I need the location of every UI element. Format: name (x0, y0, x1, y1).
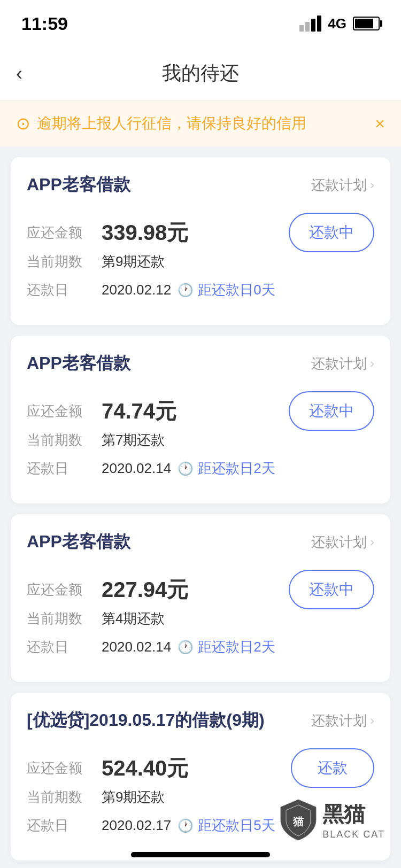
amount-value-1: 74.74元 (102, 397, 176, 426)
amount-label-0: 应还金额 (27, 223, 102, 242)
clock-icon-3: 🕐 (178, 818, 194, 833)
amount-row-2: 应还金额 227.94元 还款中 (27, 570, 374, 609)
due-date-value-3: 2020.02.17 (102, 817, 171, 834)
watermark-label: 黑猫 BLACK CAT (322, 800, 385, 840)
repayment-plan-link-1[interactable]: 还款计划 › (311, 354, 374, 373)
period-label-3: 当前期数 (27, 788, 102, 807)
repayment-plan-label-2: 还款计划 (311, 533, 367, 552)
repay-button-1[interactable]: 还款中 (289, 391, 374, 431)
signal-icon (299, 15, 321, 32)
amount-row-1: 应还金额 74.74元 还款中 (27, 391, 374, 431)
amount-label-3: 应还金额 (27, 759, 102, 778)
chevron-right-icon-1: › (370, 356, 374, 371)
due-date-value-0: 2020.02.12 (102, 282, 171, 298)
battery-icon (353, 17, 380, 30)
warning-content: ⊙ 逾期将上报人行征信，请保持良好的信用 (16, 113, 306, 134)
card-title-3: [优选贷]2019.05.17的借款(9期) (27, 709, 265, 732)
due-date-value-1: 2020.02.14 (102, 460, 171, 477)
repay-button-0[interactable]: 还款中 (289, 213, 374, 252)
amount-value-0: 339.98元 (102, 218, 188, 247)
due-label-1: 还款日 (27, 459, 102, 478)
due-row-0: 还款日 2020.02.12 🕐 距还款日0天 (27, 281, 374, 299)
period-row-1: 当前期数 第7期还款 (27, 431, 374, 449)
amount-left-0: 应还金额 339.98元 (27, 218, 188, 247)
loan-card-1: APP老客借款 还款计划 › 应还金额 74.74元 还款中 当前期数 第7期还… (11, 336, 390, 503)
period-label-0: 当前期数 (27, 252, 102, 271)
due-label-2: 还款日 (27, 638, 102, 656)
period-label-2: 当前期数 (27, 609, 102, 628)
network-type: 4G (328, 15, 346, 32)
period-value-3: 第9期还款 (102, 788, 165, 807)
due-countdown-0: 🕐 距还款日0天 (178, 281, 275, 299)
repayment-plan-link-0[interactable]: 还款计划 › (311, 176, 374, 195)
due-row-1: 还款日 2020.02.14 🕐 距还款日2天 (27, 459, 374, 478)
clock-icon-0: 🕐 (178, 283, 194, 298)
due-label-0: 还款日 (27, 281, 102, 299)
cards-container: APP老客借款 还款计划 › 应还金额 339.98元 还款中 当前期数 第9期… (0, 157, 401, 861)
period-value-2: 第4期还款 (102, 609, 165, 628)
chevron-right-icon-3: › (370, 713, 374, 728)
watermark-big-text: 黑猫 (322, 800, 365, 829)
due-countdown-text-2: 距还款日2天 (198, 638, 275, 656)
amount-left-2: 应还金额 227.94元 (27, 575, 188, 604)
page-title: 我的待还 (162, 60, 239, 87)
card-header-0: APP老客借款 还款计划 › (27, 173, 374, 197)
card-title-0: APP老客借款 (27, 173, 130, 197)
due-date-value-2: 2020.02.14 (102, 639, 171, 655)
clock-icon-1: 🕐 (178, 461, 194, 476)
repay-button-3[interactable]: 还款 (291, 748, 374, 788)
due-label-3: 还款日 (27, 816, 102, 835)
repay-button-2[interactable]: 还款中 (289, 570, 374, 609)
amount-label-1: 应还金额 (27, 402, 102, 421)
warning-icon: ⊙ (16, 115, 30, 132)
due-row-2: 还款日 2020.02.14 🕐 距还款日2天 (27, 638, 374, 656)
clock-icon-2: 🕐 (178, 640, 194, 655)
loan-card-0: APP老客借款 还款计划 › 应还金额 339.98元 还款中 当前期数 第9期… (11, 157, 390, 325)
amount-label-2: 应还金额 (27, 580, 102, 599)
card-header-2: APP老客借款 还款计划 › (27, 530, 374, 554)
card-header-1: APP老客借款 还款计划 › (27, 352, 374, 375)
repayment-plan-link-2[interactable]: 还款计划 › (311, 533, 374, 552)
card-title-2: APP老客借款 (27, 530, 130, 554)
repayment-plan-link-3[interactable]: 还款计划 › (311, 711, 374, 730)
warning-text: 逾期将上报人行征信，请保持良好的信用 (37, 113, 306, 134)
period-row-2: 当前期数 第4期还款 (27, 609, 374, 628)
svg-text:猫: 猫 (292, 816, 304, 827)
amount-left-3: 应还金额 524.40元 (27, 754, 188, 783)
amount-row-0: 应还金额 339.98元 还款中 (27, 213, 374, 252)
warning-close-button[interactable]: × (375, 114, 385, 134)
amount-row-3: 应还金额 524.40元 还款 (27, 748, 374, 788)
due-countdown-2: 🕐 距还款日2天 (178, 638, 275, 656)
status-bar: 11:59 4G (0, 0, 401, 47)
period-value-1: 第7期还款 (102, 431, 165, 449)
amount-left-1: 应还金额 74.74元 (27, 397, 176, 426)
amount-value-2: 227.94元 (102, 575, 188, 604)
amount-value-3: 524.40元 (102, 754, 188, 783)
chevron-right-icon-2: › (370, 534, 374, 549)
back-button[interactable]: ‹ (16, 63, 22, 85)
watermark-small-text: BLACK CAT (322, 829, 385, 840)
warning-banner: ⊙ 逾期将上报人行征信，请保持良好的信用 × (0, 100, 401, 146)
page-header: ‹ 我的待还 (0, 47, 401, 100)
status-icons: 4G (299, 15, 380, 32)
watermark: 猫 黑猫 BLACK CAT (280, 799, 385, 841)
chevron-right-icon-0: › (370, 177, 374, 192)
home-indicator (131, 852, 270, 857)
period-label-1: 当前期数 (27, 431, 102, 449)
watermark-shield-icon: 猫 (280, 799, 317, 841)
repayment-plan-label-3: 还款计划 (311, 711, 367, 730)
status-time: 11:59 (21, 13, 68, 34)
loan-card-2: APP老客借款 还款计划 › 应还金额 227.94元 还款中 当前期数 第4期… (11, 514, 390, 682)
due-countdown-1: 🕐 距还款日2天 (178, 459, 275, 478)
due-countdown-text-0: 距还款日0天 (198, 281, 275, 299)
period-value-0: 第9期还款 (102, 252, 165, 271)
due-countdown-3: 🕐 距还款日5天 (178, 816, 275, 835)
repayment-plan-label-1: 还款计划 (311, 354, 367, 373)
period-row-0: 当前期数 第9期还款 (27, 252, 374, 271)
due-countdown-text-1: 距还款日2天 (198, 459, 275, 478)
card-header-3: [优选贷]2019.05.17的借款(9期) 还款计划 › (27, 709, 374, 732)
repayment-plan-label-0: 还款计划 (311, 176, 367, 195)
due-countdown-text-3: 距还款日5天 (198, 816, 275, 835)
card-title-1: APP老客借款 (27, 352, 130, 375)
